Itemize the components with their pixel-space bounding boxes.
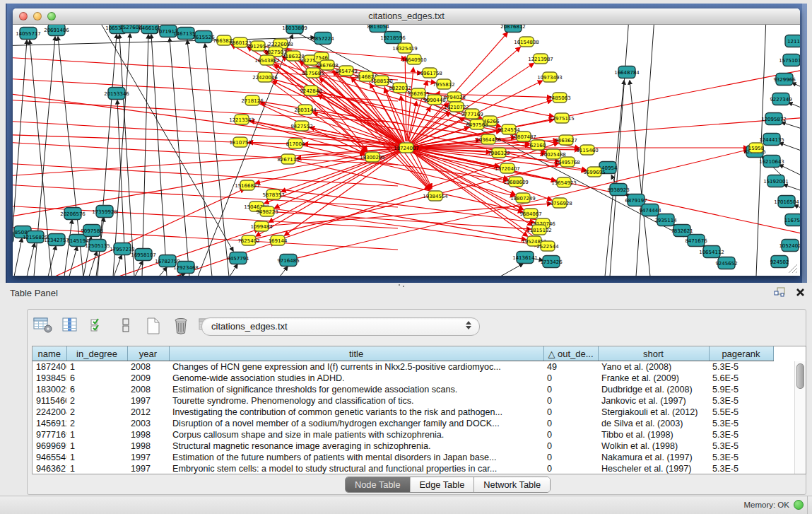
cell-name[interactable]: 9463627 bbox=[33, 463, 66, 474]
citation-edge-black[interactable] bbox=[142, 35, 148, 276]
citation-edge-black[interactable] bbox=[14, 238, 22, 276]
column-header-title[interactable]: title bbox=[169, 346, 543, 361]
cell-short[interactable]: Jankovic et al. (1997) bbox=[598, 395, 709, 407]
citation-edge-black[interactable] bbox=[636, 25, 654, 276]
citation-edge-red[interactable] bbox=[263, 207, 539, 245]
cell-in_degree[interactable]: 1 bbox=[66, 463, 127, 474]
cell-in_degree[interactable]: 1 bbox=[66, 361, 127, 373]
minimize-button[interactable] bbox=[33, 12, 42, 21]
cell-name[interactable]: 19384554 bbox=[33, 373, 66, 384]
table-row[interactable]: 969969511998Structural magnetic resonanc… bbox=[33, 440, 773, 452]
table-row[interactable]: 1872400712008Changes of HCN gene express… bbox=[33, 361, 773, 373]
citation-edge-black[interactable] bbox=[280, 267, 288, 276]
citation-edge-black[interactable] bbox=[159, 267, 167, 276]
table-viewport[interactable]: name in_degree year title △ out_de... sh… bbox=[32, 346, 806, 474]
citation-network-graph[interactable]: 1405571720691406106532871527602646616010… bbox=[13, 25, 800, 276]
cell-short[interactable]: de Silva et al. (2003) bbox=[598, 418, 709, 429]
cell-pagerank[interactable]: 5.3E-5 bbox=[709, 361, 773, 373]
table-row[interactable]: 977716911998Corpus callosum shape and si… bbox=[33, 429, 773, 440]
cell-out_degree[interactable]: 0 bbox=[543, 429, 598, 440]
cell-year[interactable]: 2009 bbox=[127, 373, 169, 384]
cell-title[interactable]: Disruption of a novel member of a sodium… bbox=[169, 418, 543, 429]
cell-title[interactable]: Tourette syndrome. Phenomenology and cla… bbox=[169, 395, 543, 407]
column-header-short[interactable]: short bbox=[598, 346, 709, 361]
cell-pagerank[interactable]: 5.6E-5 bbox=[709, 373, 773, 384]
column-header-pagerank[interactable]: pagerank bbox=[709, 346, 773, 361]
citation-edge-black[interactable] bbox=[98, 25, 233, 251]
network-canvas[interactable]: 1405571720691406106532871527602646616010… bbox=[13, 25, 800, 276]
cell-in_degree[interactable]: 1 bbox=[66, 452, 127, 463]
cell-short[interactable]: Tibbo et al. (1998) bbox=[598, 429, 709, 440]
canvas-resize-grip[interactable] bbox=[784, 260, 799, 274]
table-row[interactable]: 911546021997Tourette syndrome. Phenomeno… bbox=[33, 395, 773, 407]
cell-in_degree[interactable]: 6 bbox=[66, 373, 127, 384]
cell-title[interactable]: Corpus callosum shape and size in male p… bbox=[169, 429, 543, 440]
cell-pagerank[interactable]: 5.9E-5 bbox=[709, 384, 773, 395]
cell-pagerank[interactable]: 5.3E-5 bbox=[709, 463, 773, 474]
cell-short[interactable]: Hescheler et al. (1997) bbox=[598, 463, 709, 474]
citation-edge-black[interactable] bbox=[784, 185, 800, 197]
citation-edge-black[interactable] bbox=[792, 83, 800, 95]
citation-edge-black[interactable] bbox=[230, 264, 237, 276]
cell-title[interactable]: Estimation of the future numbers of pati… bbox=[169, 452, 543, 463]
tab-node-table[interactable]: Node Table bbox=[346, 477, 410, 492]
citation-edge-black[interactable] bbox=[151, 35, 167, 276]
cell-name[interactable]: 14569117 bbox=[33, 418, 66, 429]
new-table-button[interactable] bbox=[142, 315, 165, 335]
cell-name[interactable]: 9465546 bbox=[33, 452, 66, 463]
cell-out_degree[interactable]: 49 bbox=[543, 361, 598, 373]
column-header-year[interactable]: year bbox=[127, 346, 169, 361]
delete-table-button[interactable] bbox=[170, 315, 192, 335]
cell-title[interactable]: Genome-wide association studies in ADHD. bbox=[169, 373, 543, 384]
citation-edge-red[interactable] bbox=[405, 57, 406, 141]
cell-in_degree[interactable]: 2 bbox=[66, 407, 127, 418]
table-row[interactable]: 1938455462009Genome-wide association stu… bbox=[33, 373, 773, 384]
cell-title[interactable]: Estimation of significance thresholds fo… bbox=[169, 384, 543, 395]
cell-out_degree[interactable]: 0 bbox=[543, 452, 598, 463]
citation-edge-black[interactable] bbox=[500, 264, 523, 276]
cell-pagerank[interactable]: 5.3E-5 bbox=[709, 452, 773, 463]
cell-name[interactable]: 9777169 bbox=[33, 429, 66, 440]
cell-title[interactable]: Changes of HCN gene expression and I(f) … bbox=[169, 361, 543, 373]
cell-short[interactable]: Franke et al. (2009) bbox=[598, 373, 709, 384]
cell-year[interactable]: 1997 bbox=[127, 395, 169, 407]
cell-year[interactable]: 1998 bbox=[127, 440, 169, 452]
cell-year[interactable]: 2003 bbox=[127, 418, 169, 429]
column-chooser-button[interactable] bbox=[59, 315, 82, 335]
cell-year[interactable]: 1997 bbox=[127, 463, 169, 474]
cell-short[interactable]: Dudbridge et al. (2008) bbox=[598, 384, 709, 395]
column-header-name[interactable]: name bbox=[33, 346, 66, 361]
cell-in_degree[interactable]: 2 bbox=[66, 418, 127, 429]
column-header-out-degree-sorted[interactable]: △ out_de... bbox=[543, 346, 598, 361]
cell-year[interactable]: 2012 bbox=[127, 407, 169, 418]
citation-edge-red[interactable] bbox=[254, 186, 534, 222]
cell-name[interactable]: 18724007 bbox=[33, 361, 66, 373]
cell-in_degree[interactable]: 6 bbox=[66, 384, 127, 395]
cell-year[interactable]: 1998 bbox=[127, 429, 169, 440]
citation-edge-black[interactable] bbox=[69, 247, 77, 276]
close-panel-icon[interactable] bbox=[796, 288, 805, 297]
cell-out_degree[interactable]: 0 bbox=[543, 395, 598, 407]
citation-edge-black[interactable] bbox=[64, 220, 72, 276]
cell-pagerank[interactable]: 5.3E-5 bbox=[709, 429, 773, 440]
citation-edge-red[interactable] bbox=[13, 120, 398, 144]
cell-in_degree[interactable]: 1 bbox=[66, 440, 127, 452]
table-row[interactable]: 1830029562008Estimation of significance … bbox=[33, 384, 773, 395]
cell-short[interactable]: Nakamura et al. (1997) bbox=[598, 452, 709, 463]
cell-out_degree[interactable]: 0 bbox=[543, 384, 598, 395]
table-row[interactable]: 946362711997Embryonic stem cells: a mode… bbox=[33, 463, 773, 474]
table-row[interactable]: 1456911722003Disruption of a novel membe… bbox=[33, 418, 773, 429]
cell-name[interactable]: 18300295 bbox=[33, 384, 66, 395]
table-settings-button[interactable] bbox=[32, 315, 54, 335]
window-titlebar[interactable]: citations_edges.txt bbox=[13, 8, 800, 25]
select-rows-button[interactable] bbox=[87, 315, 110, 335]
graph-node[interactable] bbox=[13, 231, 13, 243]
citation-edge-black[interactable] bbox=[605, 81, 624, 276]
citation-edge-black[interactable] bbox=[13, 40, 27, 276]
tab-edge-table[interactable]: Edge Table bbox=[410, 477, 475, 492]
citation-edge-black[interactable] bbox=[779, 143, 800, 156]
cell-out_degree[interactable]: 0 bbox=[543, 407, 598, 418]
close-button[interactable] bbox=[19, 12, 28, 21]
cell-title[interactable]: Embryonic stem cells: a model to study s… bbox=[169, 463, 543, 474]
citation-edge-black[interactable] bbox=[114, 255, 122, 276]
